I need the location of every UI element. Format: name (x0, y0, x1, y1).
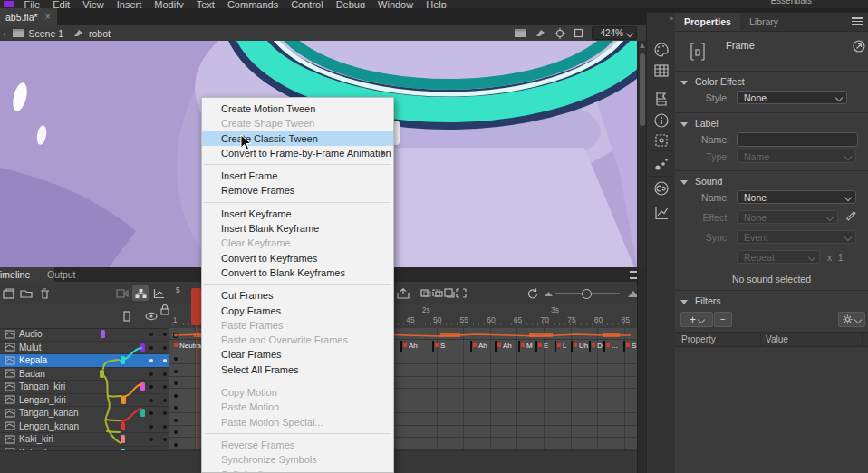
context-item-clear-frames[interactable]: Clear Frames (202, 347, 393, 362)
history-panel-icon[interactable] (653, 205, 670, 221)
edit-scene-icon[interactable] (514, 28, 526, 38)
layer-depth-button[interactable] (150, 285, 167, 301)
keyframe-dot[interactable] (174, 406, 178, 410)
keyframe-dot[interactable] (174, 419, 178, 422)
section-color-effect[interactable]: Color Effect (680, 76, 745, 87)
lipsync-label[interactable]: Ah (476, 342, 487, 352)
eye-column-icon[interactable] (145, 312, 158, 321)
tab-properties[interactable]: Properties (675, 13, 740, 31)
tab-output[interactable]: Output (38, 267, 85, 282)
edit-symbol-icon[interactable] (535, 28, 546, 38)
context-item-create-motion-tween[interactable]: Create Motion Tween (202, 101, 393, 116)
layer-parenting-button[interactable] (132, 285, 149, 301)
frame-zoom-slider[interactable] (555, 293, 620, 294)
lipsync-label[interactable]: M (524, 342, 533, 352)
frame-label-panel-icon[interactable] (653, 91, 670, 107)
menubar-item-view[interactable]: View (82, 0, 104, 8)
zoom-level-select[interactable]: 424% (592, 26, 637, 40)
tab-library[interactable]: Library (740, 13, 787, 31)
lipsync-label[interactable]: Uh (576, 342, 588, 352)
motion-presets-panel-icon[interactable] (653, 156, 670, 172)
scroll-up-icon[interactable] (640, 43, 645, 48)
back-chevron-icon[interactable]: ‹ (3, 28, 6, 39)
lipsync-label[interactable]: Neutral (177, 342, 203, 352)
keyframe-dot[interactable] (174, 394, 178, 398)
context-item-convert-to-keyframes[interactable]: Convert to Keyframes (202, 251, 393, 265)
context-item-paste-and-overwrite-frames: Paste and Overwrite Frames (202, 333, 393, 347)
workspace-switcher[interactable]: Essentials (770, 0, 812, 5)
lipsync-label[interactable]: Ah (406, 342, 418, 352)
clip-content-icon[interactable] (574, 28, 583, 38)
context-item-convert-to-blank-keyframes[interactable]: Convert to Blank Keyframes (202, 265, 393, 280)
delete-layer-button[interactable] (36, 285, 53, 301)
lipsync-label[interactable]: S (629, 342, 636, 352)
center-stage-icon[interactable] (555, 28, 565, 39)
tab-close-icon[interactable]: × (45, 12, 51, 22)
cc-libraries-panel-icon[interactable] (653, 180, 670, 197)
menubar-item-commands[interactable]: Commands (227, 0, 278, 8)
sound-name-select[interactable]: None (737, 190, 856, 204)
keyframe-dot[interactable] (174, 357, 178, 361)
swatches-panel-icon[interactable] (653, 63, 670, 79)
breadcrumb-symbol[interactable]: robot (89, 28, 111, 39)
section-sound[interactable]: Sound (680, 176, 722, 187)
keyframe-dot[interactable] (174, 370, 178, 373)
document-tab[interactable]: ab5.fla* × (0, 8, 57, 25)
keyframe-dot[interactable] (174, 381, 178, 385)
style-select[interactable]: None (737, 91, 847, 104)
camera-button[interactable] (114, 285, 130, 301)
menubar-item-control[interactable]: Control (291, 0, 323, 8)
lipsync-label[interactable]: E (541, 342, 548, 352)
context-item-insert-blank-keyframe[interactable]: Insert Blank Keyframe (202, 221, 393, 236)
menubar-item-file[interactable]: File (24, 0, 40, 8)
menubar-item-help[interactable]: Help (426, 0, 447, 8)
keyframe-dot[interactable] (174, 430, 178, 434)
filter-options-button[interactable] (838, 312, 865, 327)
help-icon[interactable] (853, 40, 865, 53)
section-filters[interactable]: Filters (680, 295, 721, 306)
properties-panel-menu-icon[interactable] (852, 17, 863, 26)
app-icon[interactable] (4, 1, 14, 7)
menubar-item-edit[interactable]: Edit (53, 0, 70, 8)
menubar-item-text[interactable]: Text (197, 0, 215, 8)
animate-window: FileEditViewInsertModifyTextCommandsCont… (0, 0, 868, 473)
context-item-create-classic-tween[interactable]: Create Classic Tween (202, 131, 393, 146)
menubar-item-debug[interactable]: Debug (336, 0, 365, 8)
context-item-insert-keyframe[interactable]: Insert Keyframe (202, 207, 393, 221)
remove-filter-button[interactable]: − (714, 312, 732, 327)
new-folder-button[interactable] (18, 285, 34, 301)
context-item-remove-frames[interactable]: Remove Frames (202, 183, 393, 198)
collapse-panels-icon[interactable]: » (670, 14, 672, 23)
keyframe-dot[interactable] (174, 443, 178, 447)
playhead[interactable] (191, 288, 201, 325)
modify-markers-icon[interactable] (453, 285, 469, 301)
lipsync-label[interactable]: L (560, 342, 566, 352)
outline-color-column-icon[interactable] (122, 311, 131, 322)
lipsync-label[interactable]: Ah (500, 342, 512, 352)
context-item-insert-frame[interactable]: Insert Frame (202, 169, 393, 183)
breadcrumb-scene[interactable]: Scene 1 (29, 28, 64, 39)
context-item-convert-to-frame-by-frame-animation[interactable]: Convert to Frame-by-Frame Animation (202, 146, 393, 160)
menubar-item-insert[interactable]: Insert (117, 0, 142, 8)
loop-playback-icon[interactable] (524, 285, 540, 301)
add-filter-button[interactable]: + (680, 312, 713, 327)
lipsync-label[interactable]: ... (609, 342, 618, 352)
repeat-x-label: x (827, 253, 832, 263)
lipsync-label[interactable]: D (594, 342, 603, 352)
label-name-input[interactable] (737, 132, 858, 147)
frame-zoom-slider-thumb[interactable] (582, 289, 592, 299)
transform-panel-icon[interactable] (653, 132, 670, 149)
scrollbar-thumb[interactable] (640, 53, 645, 126)
menubar-item-window[interactable]: Window (378, 0, 413, 8)
publish-frames-icon[interactable] (395, 285, 411, 301)
lipsync-label[interactable]: S (438, 342, 445, 352)
new-layer-button[interactable] (1, 285, 17, 301)
color-panel-icon[interactable] (653, 42, 670, 58)
edit-sound-envelope-icon[interactable] (845, 210, 857, 222)
info-panel-icon[interactable] (653, 112, 670, 129)
menubar-item-modify[interactable]: Modify (154, 0, 183, 8)
context-item-select-all-frames[interactable]: Select All Frames (202, 362, 393, 377)
context-item-cut-frames[interactable]: Cut Frames (202, 288, 393, 303)
section-label[interactable]: Label (680, 118, 719, 129)
context-item-copy-frames[interactable]: Copy Frames (202, 304, 393, 318)
